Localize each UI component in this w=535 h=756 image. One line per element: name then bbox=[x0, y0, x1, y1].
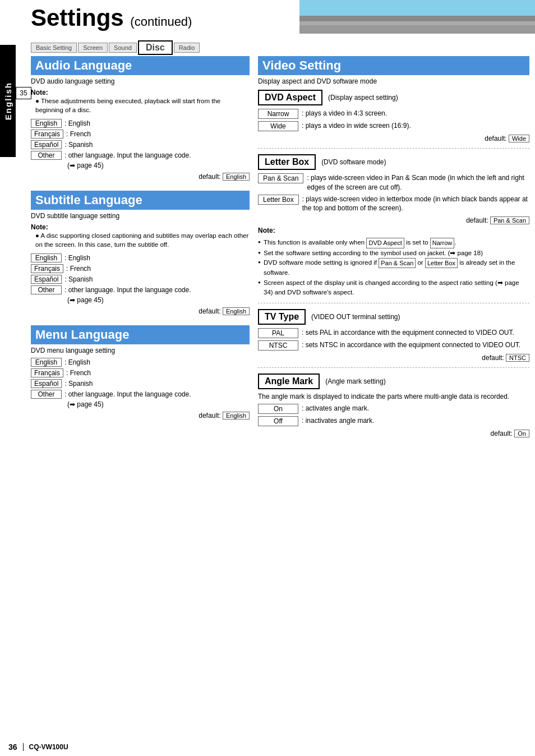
audio-language-title: Audio Language bbox=[31, 56, 250, 75]
audio-language-section: Audio Language DVD audio language settin… bbox=[31, 56, 250, 181]
footer-page-number: 36 bbox=[8, 743, 17, 752]
tab-screen[interactable]: Screen bbox=[78, 43, 108, 53]
letter-box-note: Note: This function is available only wh… bbox=[258, 227, 529, 297]
menu-language-section: Menu Language DVD menu language setting … bbox=[31, 325, 250, 420]
road-image bbox=[299, 0, 535, 39]
menu-language-options: English : English Français : French Espa… bbox=[31, 358, 250, 408]
tabs-row: Basic Setting Screen Sound Disc Radio bbox=[31, 40, 200, 55]
video-setting-title: Video Setting bbox=[258, 56, 529, 75]
page-number-box: 35 bbox=[16, 87, 31, 99]
left-column: Audio Language DVD audio language settin… bbox=[31, 56, 250, 734]
right-column: Video Setting Display aspect and DVD sof… bbox=[258, 56, 529, 734]
lang-row: Español : Spanish bbox=[31, 379, 250, 388]
tv-type-pal: PAL : sets PAL in accordance with the eq… bbox=[258, 328, 529, 338]
subtitle-default: default: English bbox=[31, 307, 250, 315]
letter-box-default: default: Pan & Scan bbox=[258, 216, 529, 224]
letter-box-letterbox: Letter Box : plays wide-screen video in … bbox=[258, 195, 529, 214]
lang-row: Other : other language. Input the langua… bbox=[31, 151, 250, 160]
angle-mark-on: On : activates angle mark. bbox=[258, 404, 529, 414]
audio-language-subtitle: DVD audio language setting bbox=[31, 77, 250, 85]
audio-page-ref: (➡ page 45) bbox=[67, 162, 250, 169]
subtitle-language-subtitle: DVD subtitle language setting bbox=[31, 212, 250, 220]
lang-row: Español : Spanish bbox=[31, 275, 250, 284]
menu-language-title: Menu Language bbox=[31, 325, 250, 344]
lang-row: Other : other language. Input the langua… bbox=[31, 390, 250, 399]
sidebar-language-label: English bbox=[0, 45, 16, 157]
audio-language-note: Note: These adjustments being executed, … bbox=[31, 89, 250, 114]
page-title: Settings (continued) bbox=[31, 4, 192, 31]
tab-radio[interactable]: Radio bbox=[174, 43, 200, 53]
lang-row: English : English bbox=[31, 119, 250, 128]
letter-box-label: Letter Box bbox=[258, 154, 316, 170]
subtitle-language-title: Subtitle Language bbox=[31, 191, 250, 210]
divider-3 bbox=[258, 367, 529, 368]
angle-mark-label: Angle Mark bbox=[258, 374, 320, 389]
subtitle-language-section: Subtitle Language DVD subtitle language … bbox=[31, 191, 250, 315]
menu-default: default: English bbox=[31, 412, 250, 420]
tv-type-ntsc: NTSC : sets NTSC in accordance with the … bbox=[258, 340, 529, 351]
angle-mark-off: Off : inactivates angle mark. bbox=[258, 416, 529, 426]
divider-1 bbox=[258, 148, 529, 149]
tab-basic-setting[interactable]: Basic Setting bbox=[31, 43, 77, 53]
lang-row: Français : French bbox=[31, 130, 250, 139]
page-header: Settings (continued) Basic Setting Scree… bbox=[0, 0, 535, 42]
tab-sound[interactable]: Sound bbox=[109, 43, 137, 53]
divider-2 bbox=[258, 303, 529, 303]
audio-language-options: English : English Français : French Espa… bbox=[31, 119, 250, 169]
letter-box-pan-scan: Pan & Scan : plays wide-screen video in … bbox=[258, 173, 529, 192]
lang-row: English : English bbox=[31, 358, 250, 367]
page-footer: 36 CQ-VW100U bbox=[0, 743, 535, 752]
letter-box-note-bullets: This function is available only when DVD… bbox=[258, 238, 529, 297]
menu-language-subtitle: DVD menu language setting bbox=[31, 347, 250, 354]
angle-mark-subtitle: The angle mark is displayed to indicate … bbox=[258, 393, 529, 400]
main-content: Audio Language DVD audio language settin… bbox=[31, 56, 529, 734]
dvd-aspect-header: DVD Aspect (Display aspect setting) bbox=[258, 90, 529, 105]
letter-box-header: Letter Box (DVD software mode) bbox=[258, 154, 529, 170]
angle-mark-header: Angle Mark (Angle mark setting) bbox=[258, 374, 529, 389]
tv-type-label: TV Type bbox=[258, 309, 306, 325]
subtitle-language-note: Note: A disc supporting closed captionin… bbox=[31, 223, 250, 249]
dvd-aspect-wide: Wide : plays a video in wide screen (16:… bbox=[258, 121, 529, 131]
lang-row: Other : other language. Input the langua… bbox=[31, 285, 250, 294]
lang-row: Español : Spanish bbox=[31, 140, 250, 149]
dvd-aspect-narrow: Narrow : plays a video in 4:3 screen. bbox=[258, 109, 529, 119]
tab-disc[interactable]: Disc bbox=[138, 40, 173, 55]
lang-row: Français : French bbox=[31, 368, 250, 377]
audio-default: default: English bbox=[31, 173, 250, 181]
tv-type-header: TV Type (VIDEO OUT terminal setting) bbox=[258, 309, 529, 325]
lang-row: English : English bbox=[31, 253, 250, 262]
subtitle-language-options: English : English Français : French Espa… bbox=[31, 253, 250, 304]
dvd-aspect-label: DVD Aspect bbox=[258, 90, 322, 105]
angle-mark-default: default: On bbox=[258, 430, 529, 437]
subtitle-page-ref: (➡ page 45) bbox=[67, 296, 250, 304]
footer-model: CQ-VW100U bbox=[23, 743, 68, 751]
dvd-aspect-default: default: Wide bbox=[258, 135, 529, 142]
video-setting-subtitle: Display aspect and DVD software mode bbox=[258, 77, 529, 85]
lang-row: Français : French bbox=[31, 264, 250, 273]
menu-page-ref: (➡ page 45) bbox=[67, 400, 250, 408]
tv-type-default: default: NTSC bbox=[258, 354, 529, 362]
